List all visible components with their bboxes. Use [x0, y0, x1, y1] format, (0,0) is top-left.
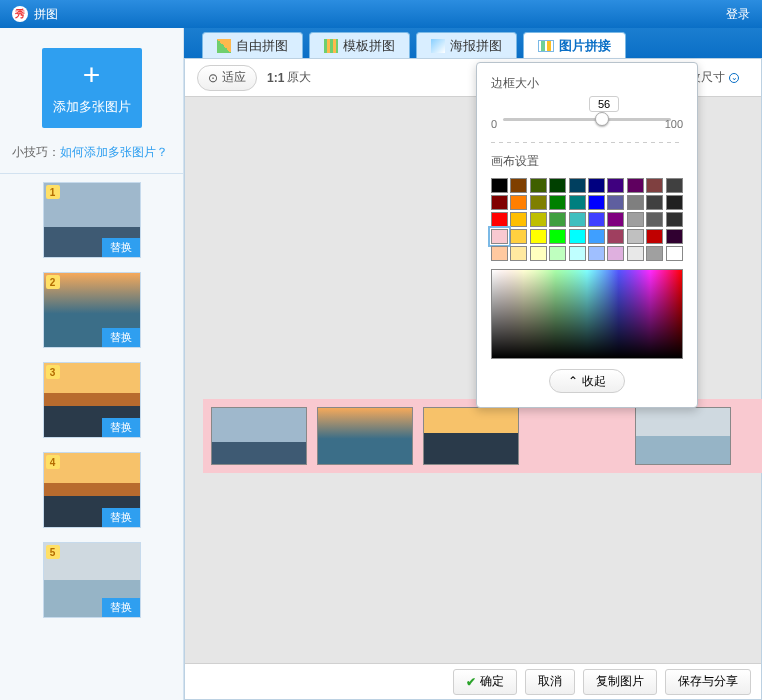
color-swatch[interactable]: [646, 178, 663, 193]
ok-button[interactable]: ✔确定: [453, 669, 517, 695]
border-popup: 边框大小 56 0 100 画布设置 ⌃ 收起: [476, 62, 698, 408]
list-item[interactable]: 1替换: [43, 182, 141, 258]
color-swatch[interactable]: [607, 212, 624, 227]
free-icon: [217, 39, 231, 53]
color-swatch[interactable]: [607, 229, 624, 244]
template-icon: [324, 39, 338, 53]
original-size-button[interactable]: 1:1原大: [267, 69, 311, 86]
color-swatch[interactable]: [549, 246, 566, 261]
color-swatch[interactable]: [627, 212, 644, 227]
border-size-slider[interactable]: 56 0 100: [491, 100, 683, 130]
tab-stitch[interactable]: 图片拼接: [523, 32, 626, 58]
color-swatch[interactable]: [646, 246, 663, 261]
color-swatch[interactable]: [646, 229, 663, 244]
color-swatch[interactable]: [569, 246, 586, 261]
fit-icon: ⊙: [208, 71, 218, 85]
image-strip[interactable]: [203, 399, 762, 473]
copy-image-button[interactable]: 复制图片: [583, 669, 657, 695]
tab-bar: 自由拼图 模板拼图 海报拼图 图片拼接: [184, 28, 762, 58]
replace-button[interactable]: 替换: [102, 328, 140, 347]
color-swatch[interactable]: [510, 246, 527, 261]
color-swatch[interactable]: [607, 195, 624, 210]
border-size-heading: 边框大小: [491, 75, 683, 92]
color-swatch[interactable]: [491, 195, 508, 210]
color-swatch[interactable]: [646, 212, 663, 227]
strip-image[interactable]: [317, 407, 413, 465]
sidebar: + 添加多张图片 小技巧：如何添加多张图片？ 1替换 2替换 3替换 4替换 5…: [0, 28, 184, 700]
plus-icon: +: [83, 60, 101, 90]
chevron-up-icon: ⌃: [568, 374, 578, 388]
strip-image[interactable]: [423, 407, 519, 465]
slider-value: 56: [589, 96, 619, 112]
save-share-button[interactable]: 保存与分享: [665, 669, 751, 695]
list-item[interactable]: 2替换: [43, 272, 141, 348]
login-link[interactable]: 登录: [726, 6, 750, 23]
tab-template[interactable]: 模板拼图: [309, 32, 410, 58]
list-item[interactable]: 5替换: [43, 542, 141, 618]
color-swatch[interactable]: [549, 212, 566, 227]
slider-handle[interactable]: [595, 112, 609, 126]
color-swatch[interactable]: [569, 212, 586, 227]
color-swatch[interactable]: [627, 178, 644, 193]
color-swatch[interactable]: [491, 229, 508, 244]
list-item[interactable]: 3替换: [43, 362, 141, 438]
color-swatch[interactable]: [510, 195, 527, 210]
color-swatch[interactable]: [588, 212, 605, 227]
app-logo-icon: 秀: [12, 6, 28, 22]
color-swatch[interactable]: [569, 229, 586, 244]
add-images-label: 添加多张图片: [53, 98, 131, 116]
color-swatch[interactable]: [510, 178, 527, 193]
color-swatch[interactable]: [588, 246, 605, 261]
color-swatch[interactable]: [588, 229, 605, 244]
color-swatch[interactable]: [530, 178, 547, 193]
chevron-down-icon: ⌄: [729, 73, 739, 83]
color-swatch[interactable]: [510, 212, 527, 227]
color-swatch[interactable]: [530, 195, 547, 210]
collapse-button[interactable]: ⌃ 收起: [549, 369, 624, 393]
color-swatch[interactable]: [588, 178, 605, 193]
color-swatch[interactable]: [549, 195, 566, 210]
color-swatch[interactable]: [530, 229, 547, 244]
color-swatch[interactable]: [666, 246, 683, 261]
color-swatch[interactable]: [666, 212, 683, 227]
tab-poster[interactable]: 海报拼图: [416, 32, 517, 58]
color-swatch[interactable]: [530, 212, 547, 227]
fit-button[interactable]: ⊙适应: [197, 65, 257, 91]
app-title: 拼图: [34, 6, 58, 23]
list-item[interactable]: 4替换: [43, 452, 141, 528]
replace-button[interactable]: 替换: [102, 598, 140, 617]
color-swatch[interactable]: [607, 246, 624, 261]
color-swatch[interactable]: [549, 229, 566, 244]
color-swatch[interactable]: [666, 229, 683, 244]
color-swatch[interactable]: [530, 246, 547, 261]
color-swatch[interactable]: [666, 195, 683, 210]
replace-button[interactable]: 替换: [102, 238, 140, 257]
replace-button[interactable]: 替换: [102, 418, 140, 437]
tip-text: 小技巧：如何添加多张图片？: [0, 138, 183, 174]
color-swatch[interactable]: [569, 195, 586, 210]
color-swatch[interactable]: [588, 195, 605, 210]
color-swatch[interactable]: [646, 195, 663, 210]
color-swatch[interactable]: [491, 246, 508, 261]
color-swatch[interactable]: [491, 178, 508, 193]
color-swatch[interactable]: [627, 229, 644, 244]
color-swatch[interactable]: [607, 178, 624, 193]
strip-image[interactable]: [211, 407, 307, 465]
add-images-button[interactable]: + 添加多张图片: [42, 48, 142, 128]
color-swatch[interactable]: [569, 178, 586, 193]
stitch-icon: [538, 40, 554, 52]
replace-button[interactable]: 替换: [102, 508, 140, 527]
color-swatch[interactable]: [666, 178, 683, 193]
color-gradient-picker[interactable]: [491, 269, 683, 359]
color-swatch[interactable]: [627, 195, 644, 210]
color-swatch[interactable]: [549, 178, 566, 193]
bottom-bar: ✔确定 取消 复制图片 保存与分享: [185, 663, 761, 699]
color-swatch[interactable]: [627, 246, 644, 261]
strip-image[interactable]: [635, 407, 731, 465]
tip-link[interactable]: 如何添加多张图片？: [60, 145, 168, 159]
tab-free[interactable]: 自由拼图: [202, 32, 303, 58]
cancel-button[interactable]: 取消: [525, 669, 575, 695]
color-swatch[interactable]: [510, 229, 527, 244]
color-swatch[interactable]: [491, 212, 508, 227]
poster-icon: [431, 39, 445, 53]
